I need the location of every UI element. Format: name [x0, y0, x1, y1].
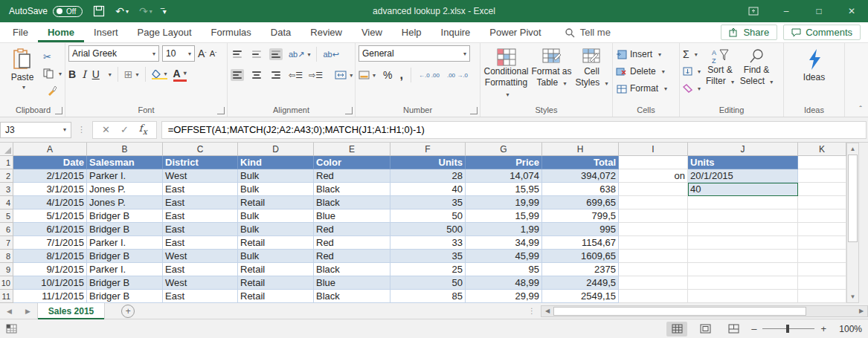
format-painter-button[interactable] [43, 84, 62, 97]
fill-button[interactable]: ▾ [683, 65, 701, 78]
cell-J4[interactable] [688, 196, 798, 209]
column-header-H[interactable]: H [542, 143, 619, 156]
cell-C1[interactable]: District [163, 156, 238, 169]
decrease-indent-button[interactable]: ⇦☰ [289, 71, 303, 80]
cell-C2[interactable]: West [163, 169, 238, 183]
cell-C4[interactable]: East [163, 196, 238, 209]
cell-E1[interactable]: Color [314, 156, 390, 169]
formula-input[interactable]: =OFFSET(A1;MATCH(J2;A2:A43;0);MATCH(J1;A… [161, 121, 867, 139]
orientation-dropdown-icon[interactable]: ▾ [307, 51, 310, 58]
cell-E8[interactable]: Red [314, 250, 390, 263]
cell-styles-button[interactable]: Cell Styles ▾ [574, 45, 609, 88]
cell-D4[interactable]: Retail [238, 196, 314, 209]
cell-D9[interactable]: Retail [238, 263, 314, 276]
fill-color-dropdown-icon[interactable]: ▾ [164, 71, 167, 77]
cell-J8[interactable] [688, 250, 798, 263]
cell-F1[interactable]: Units [390, 156, 466, 169]
redo-button[interactable]: ↷▾ [139, 5, 152, 17]
ribbon-tab-review[interactable]: Review [300, 22, 352, 42]
cell-J11[interactable] [688, 290, 798, 303]
page-layout-view-button[interactable] [695, 322, 716, 337]
autosave-control[interactable]: AutoSave Off [9, 6, 83, 17]
paste-button[interactable]: Paste ▾ [4, 45, 40, 91]
cell-J2[interactable]: 20/1/2015 [688, 169, 798, 183]
cell-F6[interactable]: 500 [390, 223, 466, 236]
close-icon[interactable]: ✕ [835, 0, 868, 22]
accounting-format-button[interactable]: ▾ [359, 71, 376, 79]
cell-H1[interactable]: Total [542, 156, 619, 169]
align-center-button[interactable] [250, 69, 263, 81]
autosave-toggle[interactable]: Off [53, 6, 83, 17]
cell-I8[interactable] [619, 250, 688, 263]
cell-I5[interactable] [619, 209, 688, 223]
select-all-button[interactable] [0, 143, 13, 156]
cell-K2[interactable] [798, 169, 846, 183]
zoom-slider[interactable] [762, 328, 814, 329]
zoom-slider-thumb[interactable] [786, 325, 789, 333]
row-header-3[interactable]: 3 [0, 183, 13, 196]
font-size-combo[interactable]: 10▾ [162, 45, 195, 62]
collapse-ribbon-icon[interactable]: ˆ [859, 105, 862, 114]
row-header-10[interactable]: 10 [0, 276, 13, 290]
sort-filter-button[interactable]: AZ Sort & Filter ▾ [704, 45, 736, 87]
autosum-button[interactable]: Σ▾ [683, 48, 701, 61]
cell-G9[interactable]: 95 [466, 263, 542, 276]
cell-J6[interactable] [688, 223, 798, 236]
row-header-7[interactable]: 7 [0, 236, 13, 250]
cell-H8[interactable]: 1609,65 [542, 250, 619, 263]
cell-J3[interactable]: 40 [688, 183, 798, 196]
cell-C5[interactable]: East [163, 209, 238, 223]
insert-cells-button[interactable]: Insert▾ [616, 47, 676, 62]
clipboard-dialog-launcher-icon[interactable] [55, 107, 62, 114]
cell-F10[interactable]: 50 [390, 276, 466, 290]
zoom-in-icon[interactable]: + [820, 323, 826, 334]
ribbon-tab-inquire[interactable]: Inquire [431, 22, 480, 42]
font-color-dropdown-icon[interactable]: ▾ [184, 70, 187, 77]
cell-C6[interactable]: East [163, 223, 238, 236]
cell-D3[interactable]: Bulk [238, 183, 314, 196]
cell-B1[interactable]: Salesman [87, 156, 163, 169]
cell-C8[interactable]: West [163, 250, 238, 263]
cell-G7[interactable]: 34,99 [466, 236, 542, 250]
cell-K6[interactable] [798, 223, 846, 236]
cell-K11[interactable] [798, 290, 846, 303]
name-box-dropdown-icon[interactable]: ▾ [63, 126, 66, 133]
cell-D1[interactable]: Kind [238, 156, 314, 169]
insert-dropdown-icon[interactable]: ▾ [658, 51, 661, 58]
vertical-scrollbar[interactable]: ▲ ▼ [846, 143, 859, 303]
cell-D5[interactable]: Bulk [238, 209, 314, 223]
number-format-combo[interactable]: General▾ [359, 45, 470, 62]
cell-D10[interactable]: Retail [238, 276, 314, 290]
number-format-dropdown-icon[interactable]: ▾ [463, 51, 466, 57]
cell-H9[interactable]: 2375 [542, 263, 619, 276]
format-as-table-dropdown-icon[interactable]: ▾ [564, 80, 567, 87]
column-header-A[interactable]: A [13, 143, 87, 156]
column-header-E[interactable]: E [314, 143, 390, 156]
conditional-formatting-button[interactable]: Conditional Formatting ▾ [483, 45, 529, 100]
cut-button[interactable]: ✂ [43, 50, 62, 63]
cell-F11[interactable]: 85 [390, 290, 466, 303]
cell-K5[interactable] [798, 209, 846, 223]
scroll-left-icon[interactable]: ◀ [541, 306, 553, 316]
record-macro-icon[interactable] [6, 324, 17, 334]
cell-B9[interactable]: Parker I. [87, 263, 163, 276]
column-header-J[interactable]: J [688, 143, 798, 156]
tell-me-box[interactable]: Tell me [565, 27, 611, 38]
cell-I10[interactable] [619, 276, 688, 290]
cell-H3[interactable]: 638 [542, 183, 619, 196]
column-header-I[interactable]: I [619, 143, 688, 156]
wrap-text-button[interactable]: ab↩ [323, 50, 338, 59]
horizontal-scrollbar[interactable]: ◀ ▶ [541, 305, 868, 317]
cell-J9[interactable] [688, 263, 798, 276]
alignment-dialog-launcher-icon[interactable] [345, 107, 353, 114]
cell-D6[interactable]: Bulk [238, 223, 314, 236]
align-right-button[interactable] [269, 69, 283, 81]
cell-G5[interactable]: 15,99 [466, 209, 542, 223]
ribbon-tab-power-pivot[interactable]: Power Pivot [480, 22, 550, 42]
row-header-5[interactable]: 5 [0, 209, 13, 223]
cell-C11[interactable]: East [163, 290, 238, 303]
format-cells-button[interactable]: Format▾ [616, 81, 676, 96]
cell-H10[interactable]: 2449,5 [542, 276, 619, 290]
cell-B5[interactable]: Bridger B [87, 209, 163, 223]
comma-style-button[interactable]: , [399, 68, 402, 82]
